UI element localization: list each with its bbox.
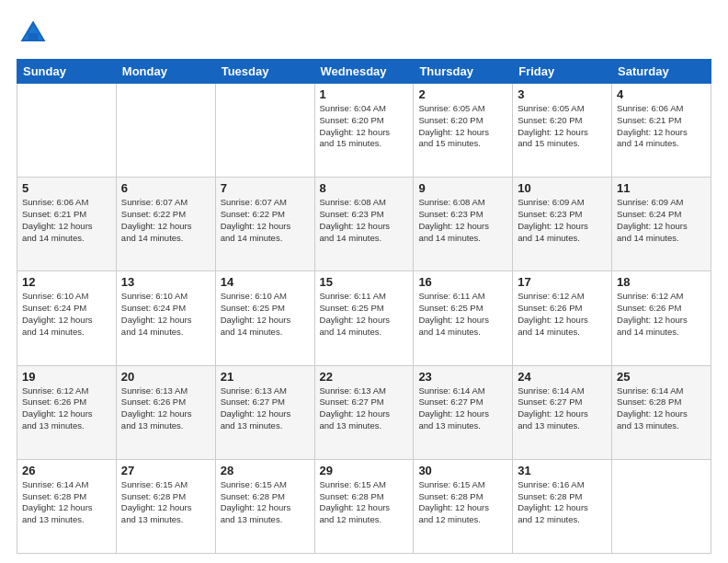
- calendar-header-row: SundayMondayTuesdayWednesdayThursdayFrid…: [17, 60, 711, 84]
- day-number: 11: [617, 181, 706, 195]
- calendar-cell: [215, 84, 314, 178]
- calendar-cell: [17, 84, 117, 178]
- calendar-week-4: 19Sunrise: 6:12 AM Sunset: 6:26 PM Dayli…: [17, 365, 711, 459]
- day-number: 14: [221, 275, 310, 289]
- calendar-week-2: 5Sunrise: 6:06 AM Sunset: 6:21 PM Daylig…: [17, 178, 711, 271]
- calendar-cell: 4Sunrise: 6:06 AM Sunset: 6:21 PM Daylig…: [612, 84, 711, 178]
- day-number: 25: [617, 370, 706, 384]
- day-info: Sunrise: 6:15 AM Sunset: 6:28 PM Dayligh…: [320, 479, 409, 526]
- calendar-cell: 15Sunrise: 6:11 AM Sunset: 6:25 PM Dayli…: [314, 271, 414, 365]
- day-number: 2: [418, 87, 507, 101]
- day-info: Sunrise: 6:11 AM Sunset: 6:25 PM Dayligh…: [320, 291, 409, 338]
- calendar-cell: 16Sunrise: 6:11 AM Sunset: 6:25 PM Dayli…: [414, 271, 513, 365]
- day-number: 6: [121, 181, 210, 195]
- calendar-cell: 27Sunrise: 6:15 AM Sunset: 6:28 PM Dayli…: [116, 459, 215, 553]
- day-number: 12: [22, 275, 111, 289]
- day-number: 9: [418, 181, 507, 195]
- calendar-header-wednesday: Wednesday: [314, 60, 414, 84]
- day-number: 22: [320, 370, 409, 384]
- day-info: Sunrise: 6:13 AM Sunset: 6:27 PM Dayligh…: [221, 385, 310, 432]
- day-number: 23: [418, 370, 507, 384]
- day-number: 10: [518, 181, 607, 195]
- day-info: Sunrise: 6:08 AM Sunset: 6:23 PM Dayligh…: [320, 197, 409, 244]
- calendar-cell: 21Sunrise: 6:13 AM Sunset: 6:27 PM Dayli…: [215, 365, 314, 459]
- calendar-cell: 30Sunrise: 6:15 AM Sunset: 6:28 PM Dayli…: [414, 459, 513, 553]
- calendar-cell: 18Sunrise: 6:12 AM Sunset: 6:26 PM Dayli…: [612, 271, 711, 365]
- calendar-header-friday: Friday: [513, 60, 612, 84]
- day-number: 24: [518, 370, 607, 384]
- calendar-cell: 2Sunrise: 6:05 AM Sunset: 6:20 PM Daylig…: [414, 84, 513, 178]
- day-info: Sunrise: 6:15 AM Sunset: 6:28 PM Dayligh…: [221, 479, 310, 526]
- day-info: Sunrise: 6:13 AM Sunset: 6:26 PM Dayligh…: [121, 385, 210, 432]
- calendar-cell: 9Sunrise: 6:08 AM Sunset: 6:23 PM Daylig…: [414, 178, 513, 271]
- logo: [17, 17, 53, 50]
- day-info: Sunrise: 6:14 AM Sunset: 6:27 PM Dayligh…: [518, 385, 607, 432]
- day-number: 29: [320, 464, 409, 477]
- calendar-header-tuesday: Tuesday: [215, 60, 314, 84]
- day-info: Sunrise: 6:14 AM Sunset: 6:27 PM Dayligh…: [418, 385, 507, 432]
- day-number: 1: [320, 87, 409, 101]
- calendar-cell: 13Sunrise: 6:10 AM Sunset: 6:24 PM Dayli…: [116, 271, 215, 365]
- calendar-cell: 25Sunrise: 6:14 AM Sunset: 6:28 PM Dayli…: [612, 365, 711, 459]
- calendar-cell: 11Sunrise: 6:09 AM Sunset: 6:24 PM Dayli…: [612, 178, 711, 271]
- day-info: Sunrise: 6:12 AM Sunset: 6:26 PM Dayligh…: [518, 291, 607, 338]
- calendar-cell: 26Sunrise: 6:14 AM Sunset: 6:28 PM Dayli…: [17, 459, 117, 553]
- calendar-week-1: 1Sunrise: 6:04 AM Sunset: 6:20 PM Daylig…: [17, 84, 711, 178]
- day-number: 17: [518, 275, 607, 289]
- day-info: Sunrise: 6:10 AM Sunset: 6:24 PM Dayligh…: [22, 291, 111, 338]
- day-info: Sunrise: 6:10 AM Sunset: 6:24 PM Dayligh…: [121, 291, 210, 338]
- header: [17, 17, 711, 50]
- calendar-cell: [116, 84, 215, 178]
- day-info: Sunrise: 6:07 AM Sunset: 6:22 PM Dayligh…: [121, 197, 210, 244]
- day-number: 26: [22, 464, 111, 477]
- day-number: 7: [221, 181, 310, 195]
- day-info: Sunrise: 6:08 AM Sunset: 6:23 PM Dayligh…: [418, 197, 507, 244]
- calendar-cell: 19Sunrise: 6:12 AM Sunset: 6:26 PM Dayli…: [17, 365, 117, 459]
- day-info: Sunrise: 6:09 AM Sunset: 6:24 PM Dayligh…: [617, 197, 706, 244]
- calendar-cell: 22Sunrise: 6:13 AM Sunset: 6:27 PM Dayli…: [314, 365, 414, 459]
- day-number: 4: [617, 87, 706, 101]
- day-info: Sunrise: 6:15 AM Sunset: 6:28 PM Dayligh…: [418, 479, 507, 526]
- calendar-cell: 24Sunrise: 6:14 AM Sunset: 6:27 PM Dayli…: [513, 365, 612, 459]
- day-info: Sunrise: 6:11 AM Sunset: 6:25 PM Dayligh…: [418, 291, 507, 338]
- day-number: 18: [617, 275, 706, 289]
- calendar-cell: 28Sunrise: 6:15 AM Sunset: 6:28 PM Dayli…: [215, 459, 314, 553]
- day-number: 15: [320, 275, 409, 289]
- calendar-cell: 23Sunrise: 6:14 AM Sunset: 6:27 PM Dayli…: [414, 365, 513, 459]
- calendar-cell: 31Sunrise: 6:16 AM Sunset: 6:28 PM Dayli…: [513, 459, 612, 553]
- day-info: Sunrise: 6:05 AM Sunset: 6:20 PM Dayligh…: [518, 103, 607, 150]
- calendar-header-saturday: Saturday: [612, 60, 711, 84]
- day-number: 20: [121, 370, 210, 384]
- day-number: 21: [221, 370, 310, 384]
- calendar-cell: 17Sunrise: 6:12 AM Sunset: 6:26 PM Dayli…: [513, 271, 612, 365]
- svg-rect-2: [28, 33, 39, 40]
- day-info: Sunrise: 6:13 AM Sunset: 6:27 PM Dayligh…: [320, 385, 409, 432]
- calendar-cell: 14Sunrise: 6:10 AM Sunset: 6:25 PM Dayli…: [215, 271, 314, 365]
- day-info: Sunrise: 6:10 AM Sunset: 6:25 PM Dayligh…: [221, 291, 310, 338]
- day-number: 5: [22, 181, 111, 195]
- calendar-week-3: 12Sunrise: 6:10 AM Sunset: 6:24 PM Dayli…: [17, 271, 711, 365]
- day-info: Sunrise: 6:06 AM Sunset: 6:21 PM Dayligh…: [22, 197, 111, 244]
- calendar-cell: 12Sunrise: 6:10 AM Sunset: 6:24 PM Dayli…: [17, 271, 117, 365]
- day-info: Sunrise: 6:09 AM Sunset: 6:23 PM Dayligh…: [518, 197, 607, 244]
- day-number: 13: [121, 275, 210, 289]
- day-info: Sunrise: 6:15 AM Sunset: 6:28 PM Dayligh…: [121, 479, 210, 526]
- page: SundayMondayTuesdayWednesdayThursdayFrid…: [0, 0, 728, 563]
- calendar-table: SundayMondayTuesdayWednesdayThursdayFrid…: [17, 59, 711, 554]
- day-number: 19: [22, 370, 111, 384]
- day-number: 30: [418, 464, 507, 477]
- day-info: Sunrise: 6:07 AM Sunset: 6:22 PM Dayligh…: [221, 197, 310, 244]
- logo-icon: [17, 17, 50, 50]
- day-number: 8: [320, 181, 409, 195]
- day-info: Sunrise: 6:14 AM Sunset: 6:28 PM Dayligh…: [617, 385, 706, 432]
- calendar-week-5: 26Sunrise: 6:14 AM Sunset: 6:28 PM Dayli…: [17, 459, 711, 553]
- calendar-cell: 10Sunrise: 6:09 AM Sunset: 6:23 PM Dayli…: [513, 178, 612, 271]
- calendar-header-thursday: Thursday: [414, 60, 513, 84]
- day-info: Sunrise: 6:06 AM Sunset: 6:21 PM Dayligh…: [617, 103, 706, 150]
- day-info: Sunrise: 6:12 AM Sunset: 6:26 PM Dayligh…: [617, 291, 706, 338]
- day-number: 27: [121, 464, 210, 477]
- calendar-cell: [612, 459, 711, 553]
- calendar-cell: 8Sunrise: 6:08 AM Sunset: 6:23 PM Daylig…: [314, 178, 414, 271]
- day-info: Sunrise: 6:12 AM Sunset: 6:26 PM Dayligh…: [22, 385, 111, 432]
- day-info: Sunrise: 6:05 AM Sunset: 6:20 PM Dayligh…: [418, 103, 507, 150]
